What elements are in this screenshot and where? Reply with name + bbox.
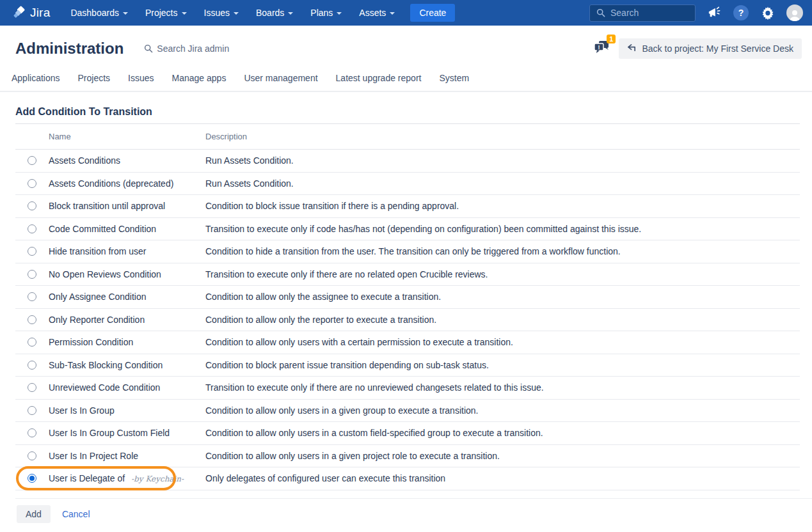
help-icon[interactable]: ? (733, 4, 749, 21)
condition-description: Condition to allow only the assignee to … (205, 292, 800, 302)
condition-name: Sub-Task Blocking Condition (49, 360, 163, 370)
table-row: Only Reporter ConditionCondition to allo… (15, 309, 800, 332)
condition-name: User Is In Project Role (49, 451, 138, 461)
table-row: Hide transition from userCondition to hi… (15, 240, 800, 263)
condition-radio[interactable] (28, 315, 36, 324)
top-navbar: Jira DashboardsProjectsIssuesBoardsPlans… (0, 0, 812, 26)
condition-description: Condition to block parent issue transiti… (205, 360, 800, 370)
condition-description: Transition to execute only if there are … (205, 382, 800, 393)
table-row: Assets Conditions (deprecated)Run Assets… (15, 173, 800, 196)
page-title: Administration (15, 40, 123, 58)
condition-radio[interactable] (28, 406, 36, 415)
condition-name: Block transition until approval (49, 201, 165, 211)
add-button[interactable]: Add (17, 505, 51, 523)
svg-text:!: ! (598, 44, 600, 51)
back-to-project-button[interactable]: Back to project: My First Service Desk (619, 38, 802, 59)
search-input[interactable] (610, 8, 681, 18)
condition-radio[interactable] (28, 156, 36, 165)
condition-radio[interactable] (28, 224, 36, 233)
table-row: Code Committed ConditionTransition to ex… (15, 218, 800, 241)
chevron-down-icon (182, 12, 187, 15)
condition-radio[interactable] (28, 270, 36, 279)
nav-item-dashboards[interactable]: Dashboards (70, 8, 128, 18)
table-row: Assets ConditionsRun Assets Condition. (15, 150, 800, 173)
table-header-row: Name Description (15, 124, 800, 150)
condition-description: Condition to allow only users in a given… (205, 405, 800, 416)
form-actions: Add Cancel (15, 499, 800, 523)
tab-issues[interactable]: Issues (127, 68, 155, 91)
tab-manage-apps[interactable]: Manage apps (171, 68, 228, 91)
condition-description: Run Assets Condition. (205, 155, 800, 166)
announcements-icon[interactable] (706, 4, 722, 21)
tab-latest-upgrade-report[interactable]: Latest upgrade report (335, 68, 423, 91)
column-header-name: Name (49, 132, 205, 141)
condition-description: Condition to allow only users in a given… (205, 451, 800, 461)
feedback-icon[interactable]: ! 1 (593, 40, 610, 58)
vendor-suffix: -by Keychain- (131, 474, 184, 483)
cancel-link[interactable]: Cancel (62, 509, 90, 519)
return-arrow-icon (627, 44, 637, 53)
condition-description: Condition to hide a transition from the … (205, 246, 800, 256)
tab-applications[interactable]: Applications (10, 68, 61, 91)
condition-radio[interactable] (28, 428, 36, 437)
chevron-down-icon (288, 12, 293, 15)
condition-description: Only delegates of configured user can ex… (205, 473, 800, 483)
chevron-down-icon (234, 12, 239, 15)
condition-name: Only Assignee Condition (49, 292, 147, 302)
condition-description: Run Assets Condition. (205, 178, 800, 189)
chevron-down-icon (390, 12, 395, 15)
condition-description: Condition to allow only users in a custo… (205, 428, 800, 438)
condition-radio[interactable] (28, 338, 36, 347)
condition-description: Condition to block issue transition if t… (205, 201, 800, 211)
column-header-description: Description (205, 132, 800, 141)
chevron-down-icon (123, 12, 128, 15)
tab-system[interactable]: System (438, 68, 470, 91)
table-row: Sub-Task Blocking ConditionCondition to … (15, 354, 800, 377)
condition-name: User Is In Group Custom Field (49, 428, 170, 438)
condition-radio[interactable] (28, 179, 36, 188)
nav-item-projects[interactable]: Projects (145, 8, 187, 18)
nav-item-assets[interactable]: Assets (359, 8, 395, 18)
table-row: Permission ConditionCondition to allow o… (15, 331, 800, 354)
condition-radio[interactable] (28, 292, 36, 301)
nav-menu: DashboardsProjectsIssuesBoardsPlansAsset… (70, 8, 395, 18)
gear-icon[interactable] (760, 4, 776, 21)
condition-name: Assets Conditions (deprecated) (49, 178, 173, 189)
table-row: Only Assignee ConditionCondition to allo… (15, 286, 800, 309)
jira-logo[interactable]: Jira (12, 6, 50, 20)
search-icon (596, 8, 605, 17)
create-button[interactable]: Create (410, 4, 455, 22)
admin-search[interactable]: Search Jira admin (144, 43, 229, 54)
condition-name: Hide transition from user (49, 246, 147, 256)
nav-item-plans[interactable]: Plans (310, 8, 342, 18)
condition-radio[interactable] (28, 201, 36, 210)
notification-badge: 1 (607, 35, 616, 43)
table-row: User is Delegate of-by Keychain-Only del… (15, 467, 800, 490)
condition-name: User is Delegate of (49, 473, 125, 483)
table-row: User Is In Group Custom FieldCondition t… (15, 422, 800, 445)
tab-projects[interactable]: Projects (77, 68, 112, 91)
main-content: Add Condition To Transition Name Descrip… (0, 92, 812, 523)
tab-user-management[interactable]: User management (243, 68, 319, 91)
table-row: User Is In Project RoleCondition to allo… (15, 445, 800, 468)
condition-radio[interactable] (28, 451, 36, 460)
condition-radio[interactable] (28, 247, 36, 256)
admin-header: Administration Search Jira admin ! 1 Bac… (0, 26, 812, 68)
global-search[interactable] (589, 4, 696, 22)
nav-item-boards[interactable]: Boards (256, 8, 293, 18)
condition-description: Transition to execute only if code has/h… (205, 224, 800, 234)
admin-tabs: ApplicationsProjectsIssuesManage appsUse… (0, 68, 812, 92)
conditions-table: Name Description Assets ConditionsRun As… (15, 124, 800, 490)
admin-search-label: Search Jira admin (157, 43, 229, 54)
condition-radio[interactable] (28, 361, 36, 370)
nav-item-issues[interactable]: Issues (204, 8, 239, 18)
condition-radio[interactable] (28, 474, 36, 483)
condition-description: Transition to execute only if there are … (205, 269, 800, 279)
table-row: Unreviewed Code ConditionTransition to e… (15, 377, 800, 400)
avatar[interactable] (786, 4, 803, 21)
condition-radio[interactable] (28, 383, 36, 392)
section-title: Add Condition To Transition (15, 106, 800, 124)
search-icon (144, 44, 153, 53)
condition-name: Unreviewed Code Condition (49, 382, 160, 393)
condition-name: User Is In Group (49, 405, 115, 416)
